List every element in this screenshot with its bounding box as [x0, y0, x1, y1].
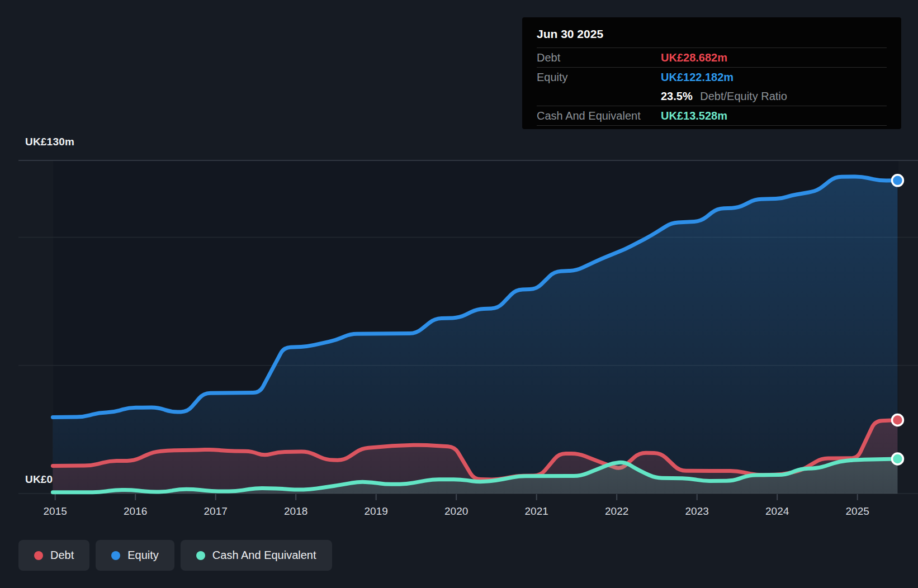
tooltip-debt-value: UK£28.682m: [661, 51, 727, 64]
x-axis-label-2021: 2021: [517, 505, 556, 518]
tooltip-row-cash: Cash And Equivalent UK£13.528m: [537, 106, 887, 126]
y-axis-label-max: UK£130m: [25, 136, 74, 148]
debt-series-dot-icon: [34, 551, 43, 560]
debt-equity-ratio-label: Debt/Equity Ratio: [700, 90, 787, 102]
tooltip-row-ratio: 23.5% Debt/Equity Ratio: [537, 87, 887, 106]
chart-root: UK£130m UK£0 201520162017201820192020202…: [0, 0, 918, 588]
tooltip-row-equity: Equity UK£122.182m: [537, 68, 887, 87]
x-axis-label-2025: 2025: [838, 505, 877, 518]
tooltip-row-debt: Debt UK£28.682m: [537, 48, 887, 68]
x-axis-label-2019: 2019: [357, 505, 396, 518]
debt-endpoint-marker[interactable]: [892, 415, 903, 426]
x-axis-label-2023: 2023: [678, 505, 717, 518]
debt-equity-ratio-value: 23.5%: [661, 90, 693, 102]
x-axis-label-2024: 2024: [758, 505, 797, 518]
equity-series-dot-icon: [111, 551, 120, 560]
x-axis-label-2018: 2018: [276, 505, 315, 518]
x-axis-label-2016: 2016: [116, 505, 155, 518]
tooltip-date: Jun 30 2025: [537, 24, 887, 48]
x-axis-label-2017: 2017: [196, 505, 235, 518]
cash-and-equivalent-endpoint-marker[interactable]: [892, 453, 903, 464]
legend-item-cash[interactable]: Cash And Equivalent: [181, 540, 332, 571]
tooltip-cash-value: UK£13.528m: [661, 110, 727, 122]
tooltip-cash-label: Cash And Equivalent: [537, 110, 661, 122]
x-axis-label-2022: 2022: [597, 505, 636, 518]
legend-cash-label: Cash And Equivalent: [212, 549, 316, 562]
legend-equity-label: Equity: [127, 549, 159, 562]
equity-endpoint-marker[interactable]: [892, 175, 903, 186]
legend: Debt Equity Cash And Equivalent: [18, 540, 332, 571]
legend-item-debt[interactable]: Debt: [18, 540, 89, 571]
y-axis-label-zero: UK£0: [25, 473, 53, 486]
tooltip-equity-label: Equity: [537, 71, 661, 84]
chart-tooltip: Jun 30 2025 Debt UK£28.682m Equity UK£12…: [522, 17, 901, 129]
tooltip-equity-value: UK£122.182m: [661, 71, 734, 84]
x-axis-label-2015: 2015: [36, 505, 75, 518]
cash-series-dot-icon: [196, 551, 205, 560]
legend-item-equity[interactable]: Equity: [96, 540, 174, 571]
tooltip-debt-label: Debt: [537, 51, 661, 64]
x-axis-label-2020: 2020: [437, 505, 476, 518]
legend-debt-label: Debt: [50, 549, 74, 562]
